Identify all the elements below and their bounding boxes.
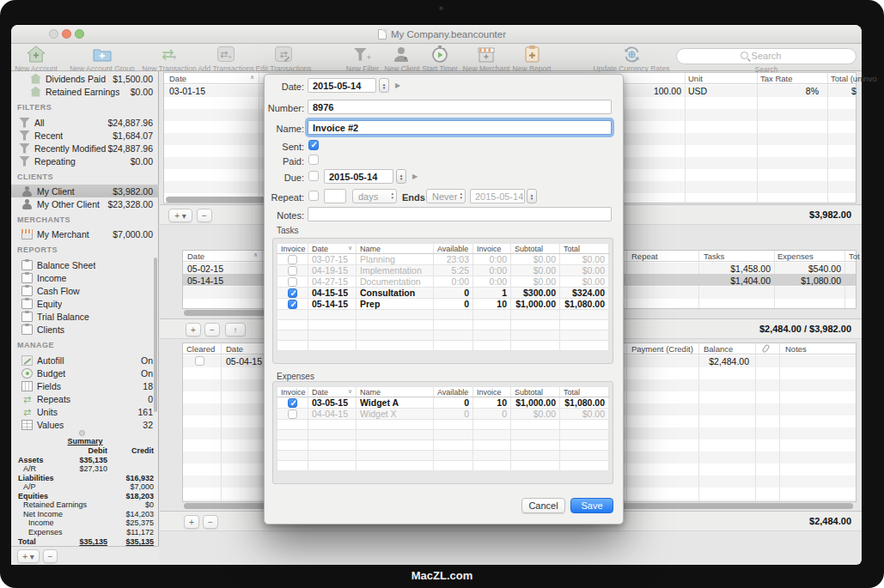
column-header-notes[interactable]: Notes [785, 344, 807, 354]
task-row[interactable]: 03-07-15Planning 23:030:00 $0.00$0.00 [277, 254, 609, 265]
repeat-ends-date-field[interactable]: 2015-05-14 [470, 189, 525, 203]
sent-checkbox[interactable] [308, 140, 319, 150]
notes-field[interactable] [308, 207, 612, 221]
sidebar-item-trial-balance[interactable]: Trial Balance [11, 310, 159, 323]
invoice-checkbox[interactable] [288, 409, 297, 419]
sidebar-item-clients-report[interactable]: Clients [11, 323, 159, 336]
sidebar-remove-button[interactable]: − [43, 549, 58, 563]
column-header-date[interactable]: Date [187, 252, 204, 261]
sidebar-item-my-merchant[interactable]: My Merchant $7,000.00 [11, 227, 159, 240]
date-disclosure-icon[interactable]: ▶ [395, 82, 400, 89]
sidebar-item-recently-modified[interactable]: Recently Modified $24,887.96 [11, 142, 159, 155]
sidebar-item-retained-earnings[interactable]: Retained Earnings $0.00 [11, 85, 159, 98]
share-invoice-button[interactable]: ↑ [225, 323, 246, 336]
sidebar-item-my-other-client[interactable]: My Other Client $23,328.00 [11, 197, 159, 210]
sidebar-item-recent[interactable]: Recent $1,684.07 [11, 129, 159, 142]
column-header-total[interactable]: Total [560, 244, 609, 254]
remove-transaction-button[interactable]: − [197, 209, 212, 222]
add-invoice-button[interactable]: + [186, 323, 201, 336]
horizontal-scrollbar[interactable] [184, 310, 266, 316]
number-field[interactable]: 8976 [308, 100, 612, 114]
sidebar-item-values[interactable]: Values 32 [11, 418, 159, 431]
sidebar-scrollbar[interactable] [154, 258, 157, 412]
due-date-field[interactable]: 2015-05-14 [324, 169, 393, 184]
repeat-ends-dropdown[interactable]: Never▴▾ [426, 189, 466, 203]
invoice-checkbox[interactable] [288, 266, 297, 276]
invoice-checkbox[interactable] [288, 398, 297, 408]
column-header-name[interactable]: Name [357, 387, 434, 397]
column-header-total[interactable]: Total (uninvo [831, 74, 877, 83]
sidebar-item-repeats[interactable]: ⇄ Repeats 0 [11, 392, 159, 405]
column-header-total[interactable]: Tot [849, 252, 860, 261]
column-header-date[interactable]: Date [169, 74, 186, 83]
repeat-interval-field[interactable] [324, 189, 346, 203]
sidebar-item-all[interactable]: All $24,887.96 [11, 116, 159, 129]
cancel-button[interactable]: Cancel [521, 498, 565, 513]
name-field[interactable]: Invoice #2 [308, 120, 612, 135]
due-checkbox[interactable] [308, 171, 319, 181]
paid-checkbox[interactable] [308, 155, 319, 165]
column-header-date[interactable]: Date∨ [308, 387, 357, 397]
column-header-repeat[interactable]: Repeat [631, 252, 658, 261]
repeat-unit-dropdown[interactable]: days▴▾ [352, 189, 397, 203]
sidebar-splitter-handle[interactable] [79, 430, 85, 436]
ends-date-stepper[interactable]: ▴▾ [527, 189, 537, 203]
invoice-checkbox[interactable] [288, 277, 297, 287]
remove-invoice-button[interactable]: − [204, 323, 220, 336]
invoice-checkbox[interactable] [288, 288, 297, 298]
expense-row[interactable]: 03-05-15Widget A 010 $1,000.00$1,080.00 [277, 397, 609, 409]
sidebar-item-repeating[interactable]: Repeating $0.00 [11, 155, 159, 167]
cleared-checkbox[interactable] [195, 356, 204, 366]
column-header-cleared[interactable]: Cleared [186, 344, 215, 354]
column-header-available[interactable]: Available [434, 244, 473, 254]
column-header-invoice[interactable]: Invoice [277, 244, 308, 254]
column-header-date[interactable]: Date [226, 344, 243, 354]
column-header-total[interactable]: Total [560, 387, 609, 397]
column-header-unit[interactable]: Unit [688, 74, 703, 83]
invoice-checkbox[interactable] [288, 300, 297, 309]
column-header-date[interactable]: Date∨ [308, 244, 357, 254]
sidebar-item-income[interactable]: Income [11, 271, 159, 284]
task-row[interactable]: 04-27-15Documentation 0:000:00 $0.00$0.0… [277, 276, 609, 288]
sidebar-item-budget[interactable]: Budget On [11, 367, 159, 379]
search-input[interactable] [676, 48, 857, 64]
column-header-expenses[interactable]: Expenses [777, 252, 814, 261]
expenses-table[interactable]: Invoice Date∨ Name Available Invoice Sub… [277, 386, 609, 471]
sidebar-item-autofill[interactable]: Autofill On [11, 354, 159, 367]
sidebar-item-my-client[interactable]: My Client $3,982.00 [11, 185, 159, 197]
sidebar-item-cash-flow[interactable]: Cash Flow [11, 284, 159, 297]
column-header-invoice-qty[interactable]: Invoice [473, 244, 511, 254]
task-row[interactable]: 05-14-15Prep 010 $1,000.00$1,080.00 [277, 299, 609, 310]
column-header-subtotal[interactable]: Subtotal [511, 387, 560, 397]
expense-row[interactable]: 04-04-15Widget X 00 $0.00$0.00 [277, 409, 609, 420]
sidebar-item-units[interactable]: ⇄ Units 161 [11, 405, 159, 418]
horizontal-scrollbar[interactable] [166, 197, 265, 203]
tasks-table[interactable]: Invoice Date∨ Name Available Invoice Sub… [277, 243, 609, 351]
add-transaction-button[interactable]: + ▾ [168, 209, 192, 222]
sidebar-item-equity[interactable]: Equity [11, 297, 159, 310]
sidebar-item-fields[interactable]: Fields 18 [11, 379, 159, 392]
column-header-payment[interactable]: Payment (Credit) [631, 344, 693, 354]
sidebar-item-dividends-paid[interactable]: Dividends Paid $1,500.00 [11, 72, 159, 85]
date-stepper[interactable]: ▴▾ [379, 78, 389, 93]
sidebar-item-balance-sheet[interactable]: Balance Sheet [11, 258, 159, 271]
due-date-stepper[interactable]: ▴▾ [396, 169, 406, 184]
add-payment-button[interactable]: + [184, 515, 199, 529]
save-button[interactable]: Save [570, 498, 613, 513]
column-header-invoice[interactable]: Invoice [277, 387, 308, 397]
repeat-checkbox[interactable] [308, 191, 319, 201]
column-header-available[interactable]: Available [434, 387, 473, 397]
date-field[interactable]: 2015-05-14 [308, 78, 376, 93]
column-header-balance[interactable]: Balance [704, 344, 733, 354]
column-header-name[interactable]: Name [357, 244, 434, 254]
due-disclosure-icon[interactable]: ▶ [412, 173, 418, 180]
column-header-tasks[interactable]: Tasks [704, 252, 724, 261]
task-row[interactable]: 04-15-15Consultation 01 $300.00$324.00 [277, 288, 609, 299]
sidebar-add-button[interactable]: + ▾ [17, 549, 40, 563]
task-row[interactable]: 04-19-15Implementation 5:250:00 $0.00$0.… [277, 265, 609, 276]
remove-payment-button[interactable]: − [203, 515, 218, 529]
invoice-checkbox[interactable] [288, 255, 297, 264]
column-header-subtotal[interactable]: Subtotal [511, 244, 560, 254]
column-header-tax-rate[interactable]: Tax Rate [760, 74, 793, 83]
column-header-invoice-qty[interactable]: Invoice [473, 387, 511, 397]
